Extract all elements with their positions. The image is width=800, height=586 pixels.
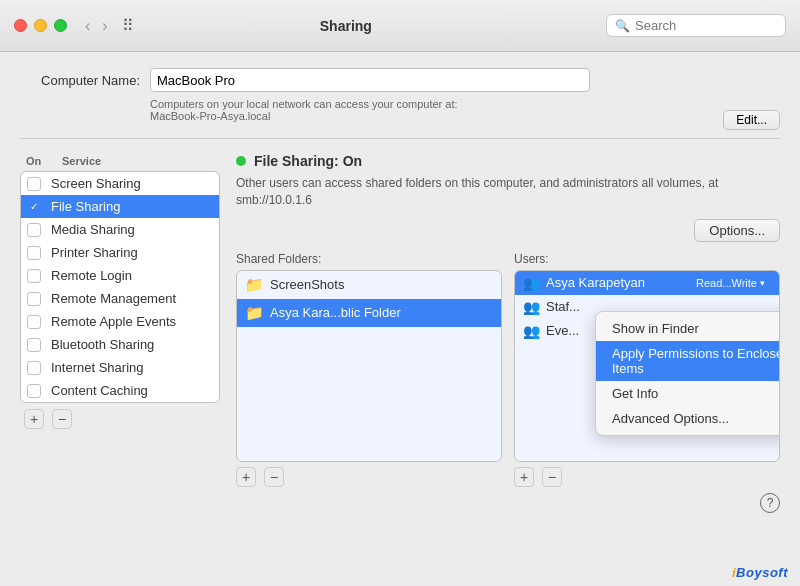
file-sharing-title: File Sharing: On — [254, 153, 362, 169]
service-label: Remote Management — [51, 291, 176, 306]
col-on-header: On — [26, 155, 62, 167]
service-list-actions: + − — [20, 403, 220, 429]
service-checkbox[interactable] — [27, 177, 41, 191]
users-label: Users: — [514, 252, 780, 266]
context-menu-item[interactable]: Apply Permissions to Enclosed Items — [596, 341, 780, 381]
close-button[interactable] — [14, 19, 27, 32]
search-input[interactable] — [635, 18, 777, 33]
service-item[interactable]: Content Caching — [21, 379, 219, 402]
traffic-lights — [14, 19, 67, 32]
computer-name-row: Computer Name: — [20, 68, 780, 92]
service-checkbox[interactable] — [27, 223, 41, 237]
help-area: ? — [236, 487, 780, 513]
user-icon: 👥 — [523, 299, 540, 315]
remove-user-button[interactable]: − — [542, 467, 562, 487]
file-sharing-header: File Sharing: On — [236, 153, 780, 169]
context-menu-item[interactable]: Show in Finder — [596, 316, 780, 341]
search-box[interactable]: 🔍 — [606, 14, 786, 37]
service-checkbox[interactable] — [27, 269, 41, 283]
folder-item[interactable]: 📁Asya Kara...blic Folder — [237, 299, 501, 327]
service-item[interactable]: File Sharing — [21, 195, 219, 218]
titlebar: ‹ › ⠿ Sharing 🔍 — [0, 0, 800, 52]
file-sharing-desc: Other users can access shared folders on… — [236, 175, 780, 209]
fullscreen-button[interactable] — [54, 19, 67, 32]
computer-name-sub: Computers on your local network can acce… — [150, 98, 780, 122]
shared-folders-list: 📁ScreenShots📁Asya Kara...blic Folder — [236, 270, 502, 462]
remove-folder-button[interactable]: − — [264, 467, 284, 487]
service-item[interactable]: Remote Apple Events — [21, 310, 219, 333]
shared-folders-actions: + − — [236, 462, 502, 487]
service-label: Bluetooth Sharing — [51, 337, 154, 352]
search-icon: 🔍 — [615, 19, 630, 33]
col-service-header: Service — [62, 155, 214, 167]
user-name: Asya Karapetyan — [546, 275, 684, 290]
service-panel: On Service Screen SharingFile SharingMed… — [20, 153, 220, 513]
service-label: Remote Apple Events — [51, 314, 176, 329]
status-dot — [236, 156, 246, 166]
service-item[interactable]: Media Sharing — [21, 218, 219, 241]
service-item[interactable]: Remote Management — [21, 287, 219, 310]
right-panel: File Sharing: On Other users can access … — [236, 153, 780, 513]
main-content: Computer Name: Computers on your local n… — [0, 52, 800, 586]
watermark: iBoysoft — [732, 565, 788, 580]
remove-service-button[interactable]: − — [52, 409, 72, 429]
service-table-header: On Service — [20, 153, 220, 171]
separator — [20, 138, 780, 139]
service-item[interactable]: Internet Sharing — [21, 356, 219, 379]
context-menu-item[interactable]: Get Info — [596, 381, 780, 406]
service-checkbox[interactable] — [27, 315, 41, 329]
service-checkbox[interactable] — [27, 384, 41, 398]
help-button[interactable]: ? — [760, 493, 780, 513]
edit-button[interactable]: Edit... — [723, 110, 780, 130]
service-label: Remote Login — [51, 268, 132, 283]
folder-icon: 📁 — [245, 304, 264, 322]
users-list: 👥Asya KarapetyanRead...Write ▾👥Staf...👥E… — [514, 270, 780, 462]
add-folder-button[interactable]: + — [236, 467, 256, 487]
service-checkbox[interactable] — [27, 200, 41, 214]
folders-users: Shared Folders: 📁ScreenShots📁Asya Kara..… — [236, 252, 780, 487]
service-label: Content Caching — [51, 383, 148, 398]
folder-name: Asya Kara...blic Folder — [270, 305, 401, 320]
computer-name-label: Computer Name: — [20, 73, 140, 88]
watermark-suffix: Boysoft — [736, 565, 788, 580]
context-menu-item[interactable]: Advanced Options... — [596, 406, 780, 431]
shared-folders-section: Shared Folders: 📁ScreenShots📁Asya Kara..… — [236, 252, 502, 487]
service-checkbox[interactable] — [27, 292, 41, 306]
context-menu: Show in FinderApply Permissions to Enclo… — [595, 311, 780, 436]
shared-folders-label: Shared Folders: — [236, 252, 502, 266]
service-checkbox[interactable] — [27, 361, 41, 375]
two-col-layout: On Service Screen SharingFile SharingMed… — [20, 153, 780, 513]
add-user-button[interactable]: + — [514, 467, 534, 487]
service-item[interactable]: Screen Sharing — [21, 172, 219, 195]
computer-name-input[interactable] — [150, 68, 590, 92]
folder-name: ScreenShots — [270, 277, 344, 292]
add-service-button[interactable]: + — [24, 409, 44, 429]
user-icon: 👥 — [523, 323, 540, 339]
users-actions: + − — [514, 462, 780, 487]
service-label: Media Sharing — [51, 222, 135, 237]
user-icon: 👥 — [523, 275, 540, 291]
folder-icon: 📁 — [245, 276, 264, 294]
service-item[interactable]: Bluetooth Sharing — [21, 333, 219, 356]
service-label: Printer Sharing — [51, 245, 138, 260]
folder-item[interactable]: 📁ScreenShots — [237, 271, 501, 299]
options-row: Options... — [236, 219, 780, 242]
service-checkbox[interactable] — [27, 338, 41, 352]
permission-badge[interactable]: Read...Write ▾ — [690, 276, 771, 290]
service-checkbox[interactable] — [27, 246, 41, 260]
service-label: File Sharing — [51, 199, 120, 214]
users-section: Users: 👥Asya KarapetyanRead...Write ▾👥St… — [514, 252, 780, 487]
service-label: Screen Sharing — [51, 176, 141, 191]
options-button[interactable]: Options... — [694, 219, 780, 242]
service-item[interactable]: Printer Sharing — [21, 241, 219, 264]
user-item[interactable]: 👥Asya KarapetyanRead...Write ▾ — [515, 271, 779, 295]
service-item[interactable]: Remote Login — [21, 264, 219, 287]
service-list: Screen SharingFile SharingMedia SharingP… — [20, 171, 220, 403]
minimize-button[interactable] — [34, 19, 47, 32]
service-label: Internet Sharing — [51, 360, 144, 375]
window-title: Sharing — [86, 18, 606, 34]
